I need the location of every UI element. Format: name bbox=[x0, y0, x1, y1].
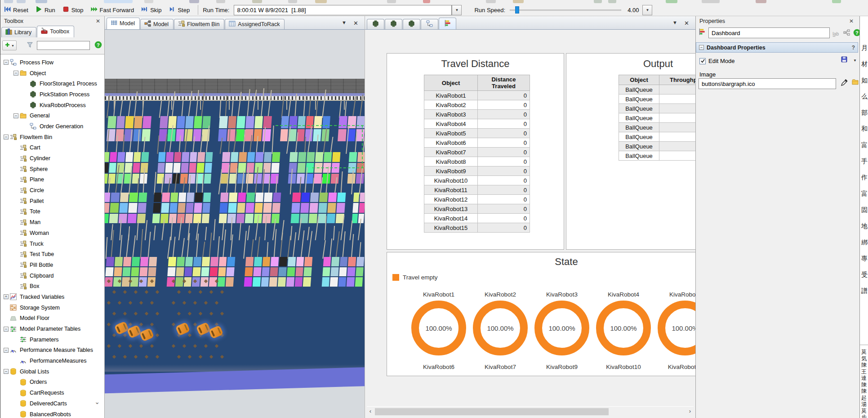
dashboard-tab-3[interactable] bbox=[421, 19, 438, 29]
tree-scroll-down-icon[interactable]: ⌄ bbox=[94, 398, 100, 405]
tree-item-clipboard[interactable]: Clipboard bbox=[0, 270, 104, 281]
toolbox-tab-library[interactable]: Library bbox=[1, 27, 36, 37]
tree-item-test-tube[interactable]: Test Tube bbox=[0, 249, 104, 260]
add-button[interactable]: ▼ bbox=[2, 40, 17, 50]
tree-item-tracked-variables[interactable]: +Tracked Variables bbox=[0, 292, 104, 302]
tree-item-man[interactable]: Man bbox=[0, 217, 104, 228]
run-time-dropdown-button[interactable]: ▼ bbox=[452, 5, 462, 15]
dashboard-tab-0[interactable] bbox=[367, 19, 384, 29]
model-tab-model-0[interactable]: Model bbox=[107, 18, 140, 29]
expand-icon[interactable]: + bbox=[4, 294, 9, 299]
kiva-robot[interactable] bbox=[196, 322, 211, 336]
output-widget[interactable]: Output ObjectThroughputBallQueueBallQueu… bbox=[566, 53, 695, 250]
collapse-icon[interactable]: − bbox=[4, 369, 9, 374]
model-tab-model-1[interactable]: Model bbox=[140, 19, 174, 29]
dashboard-tab-4[interactable] bbox=[439, 18, 456, 29]
tree-item-sphere[interactable]: Sphere bbox=[0, 164, 104, 175]
tree-item-order-generation[interactable]: Order Generation bbox=[0, 121, 104, 132]
kiva-robot[interactable] bbox=[139, 328, 155, 342]
toolbox-tab-toolbox[interactable]: Toolbox bbox=[37, 26, 74, 37]
tree-item-parameters[interactable]: Parameters bbox=[0, 334, 104, 345]
pane-close-icon[interactable]: ✕ bbox=[353, 20, 358, 27]
collapse-icon[interactable]: − bbox=[4, 327, 9, 332]
tree-item-orders[interactable]: Orders bbox=[0, 377, 104, 388]
travel-distance-widget[interactable]: Travel Distance ObjectDistance TraveledK… bbox=[387, 53, 564, 250]
filter-icon[interactable] bbox=[27, 41, 33, 50]
tree-item-process-flow[interactable]: −Process Flow bbox=[0, 57, 104, 68]
section-help-icon[interactable]: ? bbox=[852, 45, 855, 51]
eyedropper-icon[interactable] bbox=[841, 79, 848, 88]
dashboard-close-icon[interactable]: ✕ bbox=[684, 20, 689, 27]
section-collapse-icon[interactable]: − bbox=[699, 45, 704, 50]
tab-list-dropdown-icon[interactable]: ▼ bbox=[342, 20, 347, 25]
tree-item-cartrequests[interactable]: CartRequests bbox=[0, 387, 104, 398]
dashboard-tab-2[interactable] bbox=[403, 19, 420, 29]
save-icon[interactable] bbox=[841, 56, 848, 65]
dashboard-tab-dropdown-icon[interactable]: ▼ bbox=[672, 20, 677, 25]
run-speed-dropdown-button[interactable]: ▼ bbox=[642, 5, 652, 15]
tree-item-balancedrobots[interactable]: BalancedRobots bbox=[0, 409, 104, 418]
tree-item-pill-bottle[interactable]: Pill Bottle bbox=[0, 260, 104, 270]
collapse-icon[interactable]: − bbox=[13, 71, 18, 76]
tree-item-global-lists[interactable]: −Global Lists bbox=[0, 366, 104, 377]
run-speed-slider-handle[interactable] bbox=[515, 6, 519, 13]
model-tab-assignedtorack-3[interactable]: AssignedToRack bbox=[225, 19, 285, 29]
tree-item-floorstorage1-process[interactable]: FloorStorage1 Process bbox=[0, 78, 104, 89]
3d-viewport[interactable] bbox=[105, 30, 365, 418]
tree-item-cart[interactable]: Cart bbox=[0, 143, 104, 153]
image-path-input[interactable] bbox=[699, 78, 836, 89]
run-speed-slider[interactable] bbox=[510, 6, 621, 14]
collapse-icon[interactable]: − bbox=[13, 113, 18, 118]
tree-item-performancemeasures[interactable]: PerformanceMeasures bbox=[0, 355, 104, 366]
dashboard-tab-1[interactable] bbox=[385, 19, 402, 29]
skip-button[interactable]: Skip bbox=[139, 4, 163, 15]
toolbox-help-icon[interactable]: ? bbox=[94, 41, 102, 50]
dashboard-hscrollbar[interactable]: ‹ › bbox=[367, 406, 694, 415]
tree-item-cylinder[interactable]: Cylinder bbox=[0, 153, 104, 164]
kiva-robot[interactable] bbox=[175, 322, 191, 336]
tree-item-box[interactable]: Box bbox=[0, 281, 104, 292]
tree-item-tote[interactable]: Tote bbox=[0, 207, 104, 217]
tree-item-flowitem-bin[interactable]: −FlowItem Bin bbox=[0, 132, 104, 143]
scrollbar-right-arrow[interactable]: › bbox=[686, 408, 694, 414]
tree-item-object[interactable]: −Object bbox=[0, 68, 104, 79]
stop-button[interactable]: Stop bbox=[61, 4, 85, 15]
kiva-robot[interactable] bbox=[127, 324, 142, 338]
fast-forward-button[interactable]: Fast Forward bbox=[89, 4, 136, 15]
tree-item-truck[interactable]: Truck bbox=[0, 238, 104, 249]
properties-close-icon[interactable]: ✕ bbox=[848, 18, 855, 25]
tree-item-circle[interactable]: Circle bbox=[0, 185, 104, 196]
model-tab-flowitem-bin-2[interactable]: FlowItem Bin bbox=[174, 19, 224, 29]
tree-item-woman[interactable]: Woman bbox=[0, 228, 104, 238]
reset-button[interactable]: Reset bbox=[2, 4, 30, 15]
tree-view-icon[interactable] bbox=[843, 29, 850, 38]
tree-item-kivarobotprocess[interactable]: KivaRobotProcess bbox=[0, 100, 104, 111]
dashboard-properties-section-header[interactable]: − Dashboard Properties ? bbox=[696, 42, 858, 53]
toolbox-close-icon[interactable]: ✕ bbox=[94, 18, 102, 25]
scrollbar-left-arrow[interactable]: ‹ bbox=[367, 408, 374, 414]
scrollbar-thumb[interactable] bbox=[375, 408, 609, 415]
toolbox-search-input[interactable] bbox=[37, 41, 90, 50]
tree-item-pickstation-process[interactable]: PickStation Process bbox=[0, 89, 104, 100]
tree-item-deliveredcarts[interactable]: DeliveredCarts bbox=[0, 398, 104, 409]
tree-item-pallet[interactable]: Pallet bbox=[0, 196, 104, 207]
kiva-robot[interactable] bbox=[114, 321, 129, 335]
save-dropdown-icon[interactable]: ▼ bbox=[853, 58, 857, 63]
state-widget[interactable]: State Travel empty KivaRobot1100.00%Kiva… bbox=[387, 252, 695, 376]
object-name-input[interactable] bbox=[708, 27, 830, 38]
run-time-field[interactable]: 8:00:01 W 8/9/2021 [1.88] bbox=[234, 5, 452, 15]
collapse-icon[interactable]: − bbox=[4, 135, 9, 139]
step-button[interactable]: Step bbox=[167, 4, 191, 15]
tree-item-storage-system[interactable]: Storage System bbox=[0, 302, 104, 313]
tree-item-model-floor[interactable]: Model Floor bbox=[0, 313, 104, 324]
tree-item-performance-measure-tables[interactable]: −Performance Measure Tables bbox=[0, 345, 104, 356]
browse-folder-icon[interactable] bbox=[852, 79, 859, 87]
run-button[interactable]: Run bbox=[34, 4, 57, 15]
collapse-icon[interactable]: − bbox=[4, 348, 9, 353]
edit-mode-checkbox[interactable] bbox=[699, 58, 706, 64]
tree-item-model-parameter-tables[interactable]: −Model Parameter Tables bbox=[0, 324, 104, 334]
tree-item-plane[interactable]: Plane bbox=[0, 175, 104, 185]
collapse-icon[interactable]: − bbox=[4, 60, 9, 65]
rename-icon[interactable]: Iab bbox=[832, 30, 840, 40]
tree-item-general[interactable]: −General bbox=[0, 110, 104, 121]
